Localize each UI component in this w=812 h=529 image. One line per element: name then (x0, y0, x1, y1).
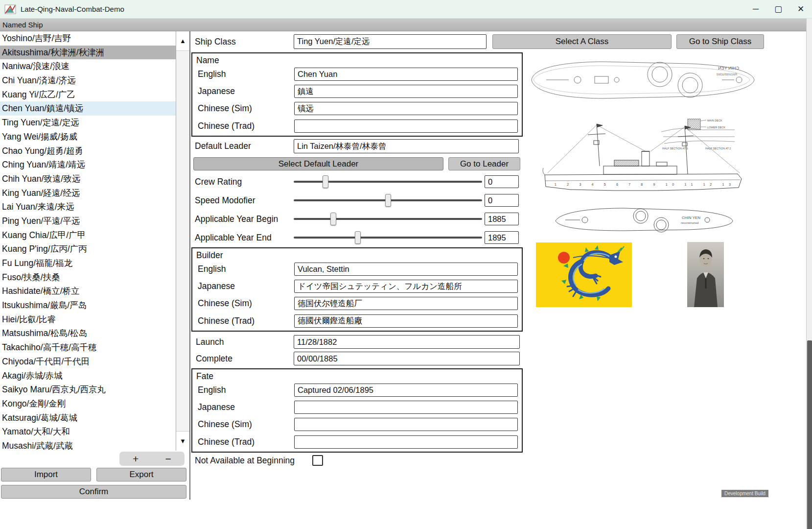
goto-ship-class-button[interactable]: Go to Ship Class (676, 34, 764, 49)
maximize-icon[interactable]: ▢ (767, 0, 789, 18)
field-row: Chinese (Trad) (192, 433, 522, 451)
leader-portrait-image (687, 242, 724, 307)
half-section-5-label: HALF SECTION AT 5 (662, 147, 688, 150)
field-row: English (192, 66, 522, 83)
list-item[interactable]: Kuang P'ing/広丙/广丙 (0, 242, 176, 256)
import-button[interactable]: Import (1, 468, 91, 481)
field-label: Chinese (Sim) (198, 419, 294, 430)
goto-leader-button[interactable]: Go to Leader (448, 157, 520, 170)
ship-class-label: Ship Class (195, 37, 236, 47)
field-input[interactable] (294, 435, 518, 449)
complete-label: Complete (196, 354, 232, 364)
list-item[interactable]: King Yuan/経遠/经远 (0, 186, 176, 200)
list-item[interactable]: Chao Yung/超勇/超勇 (0, 144, 176, 158)
list-item[interactable]: Kuang Yi/広乙/广乙 (0, 88, 176, 102)
slider-handle[interactable] (385, 194, 391, 207)
close-icon[interactable]: ✕ (789, 0, 812, 18)
list-item[interactable]: Takachiho/高千穂/高千穂 (0, 340, 176, 355)
list-item[interactable]: Matsushima/松島/松岛 (0, 326, 176, 340)
list-item[interactable]: Katsuragi/葛城/葛城 (0, 411, 176, 425)
slider-label: Speed Modofier (195, 195, 294, 206)
builder-group: Builder EnglishJapaneseChinese (Sim)Chin… (191, 247, 523, 332)
default-leader-input[interactable] (294, 139, 519, 153)
list-item[interactable]: Chiyoda/千代田/千代田 (0, 355, 176, 369)
window-scrollbar[interactable] (806, 19, 812, 529)
name-group-title: Name (192, 53, 522, 66)
list-item[interactable]: Ching Yuan/靖遠/靖远 (0, 158, 176, 172)
list-item[interactable]: Fu Lung/福龍/福龙 (0, 256, 176, 270)
slider[interactable] (294, 231, 482, 244)
window-scrollbar-thumb[interactable] (807, 340, 812, 529)
slider[interactable] (294, 175, 482, 188)
not-available-checkbox[interactable] (312, 455, 323, 466)
field-input[interactable] (294, 263, 518, 276)
slider-row: Applicable Year Begin (195, 210, 520, 228)
field-input[interactable] (294, 68, 518, 81)
field-label: English (198, 69, 294, 79)
window-title: Late-Qing-Naval-Combat-Demo (21, 5, 124, 13)
slider-track (294, 237, 482, 239)
ship-list: Yoshino/吉野/吉野Akitsushima/秋津洲/秋津洲Naniwa/浪… (0, 31, 176, 451)
field-input[interactable] (294, 314, 518, 328)
list-item[interactable]: Yoshino/吉野/吉野 (0, 31, 176, 46)
field-input[interactable] (294, 384, 518, 397)
scroll-down-icon[interactable]: ▼ (176, 431, 189, 451)
field-input[interactable] (294, 120, 518, 133)
window-controls: ─ ▢ ✕ (744, 0, 812, 18)
select-class-button[interactable]: Select A Class (492, 34, 672, 49)
select-default-leader-button[interactable]: Select Default Leader (193, 157, 443, 170)
list-item[interactable]: Musashi/武蔵/武蔵 (0, 439, 176, 451)
complete-input[interactable] (294, 352, 520, 365)
list-item[interactable]: Naniwa/浪速/浪速 (0, 59, 176, 73)
slider-value[interactable] (485, 213, 519, 225)
add-ship-button[interactable]: + (119, 452, 152, 466)
list-item[interactable]: Hiei/比叡/比睿 (0, 313, 176, 327)
slider-label: Applicable Year End (195, 233, 294, 243)
field-input[interactable] (294, 280, 518, 293)
remove-ship-button[interactable]: − (152, 452, 185, 466)
development-build-watermark: Development Build (721, 490, 768, 497)
list-item[interactable]: Chi Yuan/済遠/济远 (0, 73, 176, 88)
field-input[interactable] (294, 85, 518, 98)
field-input[interactable] (294, 297, 518, 310)
list-item[interactable]: Ting Yuen/定遠/定远 (0, 116, 176, 130)
list-item[interactable]: Akitsushima/秋津洲/秋津洲 (0, 46, 176, 60)
slider-row: Speed Modofier (195, 191, 520, 210)
confirm-button[interactable]: Confirm (1, 485, 186, 499)
minimize-icon[interactable]: ─ (744, 0, 767, 18)
field-input[interactable] (294, 418, 518, 431)
ship-class-input[interactable] (294, 34, 487, 49)
fate-group: Fate EnglishJapaneseChinese (Sim)Chinese… (191, 368, 523, 453)
field-label: Chinese (Trad) (198, 316, 294, 326)
chin-yen-mirrored-label: CHIN YEN (718, 66, 739, 71)
export-button[interactable]: Export (96, 468, 186, 481)
field-row: English (192, 261, 522, 278)
launch-input[interactable] (294, 335, 520, 349)
list-item[interactable]: Ping Yuen/平遠/平远 (0, 214, 176, 228)
list-item[interactable]: Yang Wei/揚威/扬威 (0, 130, 176, 144)
slider[interactable] (294, 213, 482, 225)
field-input[interactable] (294, 102, 518, 115)
slider-value[interactable] (485, 175, 519, 188)
slider-value[interactable] (485, 194, 519, 207)
list-item[interactable]: Akagi/赤城/赤城 (0, 369, 176, 383)
list-item[interactable]: Kuang Chia/広甲/广甲 (0, 228, 176, 242)
list-item[interactable]: Lai Yuan/来遠/来远 (0, 200, 176, 214)
field-row: Japanese (192, 278, 522, 295)
field-input[interactable] (294, 401, 518, 414)
list-item[interactable]: Chen Yuan/鎮遠/镇远 (0, 101, 176, 116)
list-item[interactable]: Saikyo Maru/西京丸/西京丸 (0, 383, 176, 397)
list-item[interactable]: Yamato/大和/大和 (0, 425, 176, 439)
slider-handle[interactable] (323, 175, 328, 188)
slider-value[interactable] (485, 231, 519, 244)
ship-list-scrollbar[interactable]: ▲ ▼ (176, 31, 189, 451)
list-item[interactable]: Hashidate/橋立/桥立 (0, 284, 176, 298)
scroll-up-icon[interactable]: ▲ (176, 31, 189, 51)
list-item[interactable]: Fuso/扶桑/扶桑 (0, 270, 176, 285)
list-item[interactable]: Chih Yuan/致遠/致远 (0, 172, 176, 186)
slider-handle[interactable] (355, 231, 361, 244)
list-item[interactable]: Kongo/金剛/金刚 (0, 397, 176, 411)
slider-handle[interactable] (330, 213, 336, 225)
slider[interactable] (294, 194, 482, 207)
list-item[interactable]: Itsukushima/厳島/严岛 (0, 298, 176, 313)
